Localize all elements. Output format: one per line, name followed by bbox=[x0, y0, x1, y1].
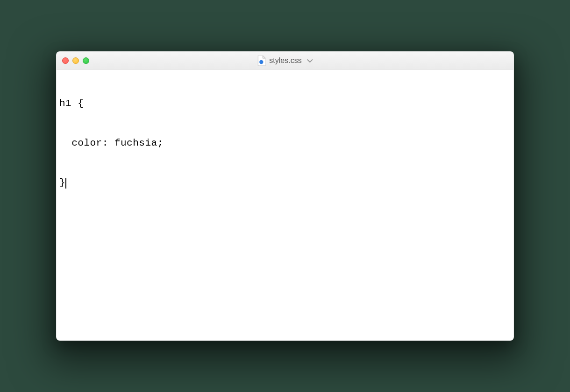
text-editor-area[interactable]: h1 { color: fuchsia; } bbox=[57, 70, 513, 340]
code-line: } bbox=[59, 176, 511, 189]
css-file-icon bbox=[257, 56, 265, 66]
editor-window: styles.css h1 { color: fuchsia; } bbox=[56, 51, 514, 341]
traffic-lights bbox=[62, 57, 89, 64]
chevron-down-icon[interactable] bbox=[307, 57, 313, 64]
close-button[interactable] bbox=[62, 57, 69, 64]
window-title-group[interactable]: styles.css bbox=[257, 56, 313, 66]
code-line: h1 { bbox=[59, 97, 511, 110]
code-text: } bbox=[59, 177, 65, 188]
minimize-button[interactable] bbox=[72, 57, 79, 64]
maximize-button[interactable] bbox=[83, 57, 89, 64]
window-title: styles.css bbox=[269, 56, 301, 65]
text-cursor bbox=[65, 178, 66, 189]
titlebar[interactable]: styles.css bbox=[57, 52, 513, 70]
code-line: color: fuchsia; bbox=[59, 137, 511, 150]
svg-point-0 bbox=[259, 60, 263, 63]
